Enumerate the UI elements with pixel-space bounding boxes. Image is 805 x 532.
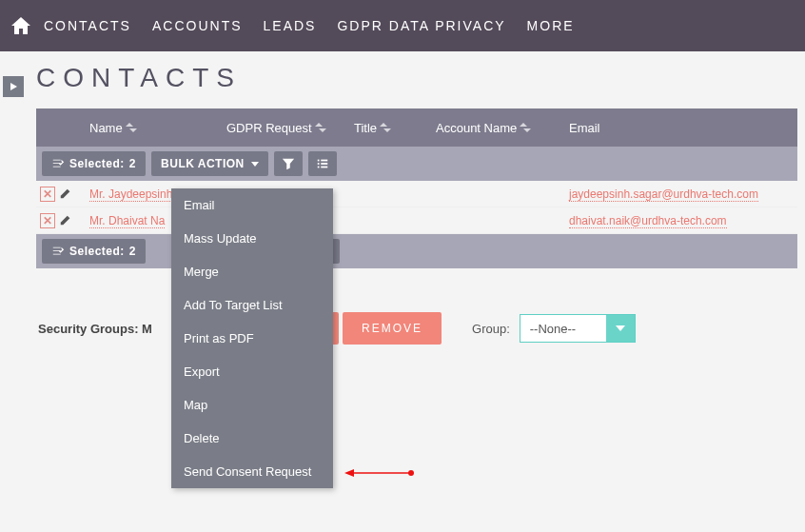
contact-email-link[interactable]: jaydeepsinh.sagar@urdhva-tech.com bbox=[569, 187, 758, 202]
group-label: Group: bbox=[472, 322, 510, 336]
sidebar bbox=[0, 51, 27, 532]
nav-contacts[interactable]: CONTACTS bbox=[44, 18, 131, 33]
svg-rect-1 bbox=[318, 160, 320, 162]
nav-leads[interactable]: LEADS bbox=[264, 18, 317, 33]
svg-point-15 bbox=[408, 470, 414, 476]
selected-count: 2 bbox=[129, 157, 136, 170]
list-view-button[interactable] bbox=[308, 151, 337, 176]
annotation-arrow bbox=[343, 466, 409, 480]
group-select-value: --None-- bbox=[520, 315, 606, 342]
bulk-action-button[interactable]: BULK ACTION bbox=[151, 151, 268, 176]
svg-marker-0 bbox=[10, 83, 17, 90]
column-name-label: Name bbox=[89, 121, 123, 135]
table-row: ✕ Mr. Jaydeepsinh jaydeepsinh.sagar@urdh… bbox=[36, 181, 797, 207]
svg-marker-14 bbox=[344, 469, 354, 477]
menu-merge[interactable]: Merge bbox=[171, 255, 333, 288]
svg-rect-4 bbox=[321, 163, 327, 165]
column-gdpr[interactable]: GDPR Request bbox=[226, 121, 354, 135]
content-area: CONTACTS Name GDPR Request Title Account… bbox=[36, 63, 797, 268]
svg-rect-6 bbox=[321, 167, 327, 168]
chevron-down-icon bbox=[251, 162, 259, 167]
selected-label: Selected: bbox=[69, 157, 125, 170]
contact-email-link[interactable]: dhaivat.naik@urdhva-tech.com bbox=[569, 214, 727, 228]
security-groups-label: Security Groups: M bbox=[38, 322, 171, 336]
column-email-label: Email bbox=[569, 121, 600, 135]
sort-icon bbox=[383, 123, 392, 132]
page-title: CONTACTS bbox=[36, 63, 797, 93]
svg-rect-2 bbox=[321, 160, 327, 162]
home-icon[interactable] bbox=[10, 14, 32, 37]
sort-icon bbox=[318, 123, 327, 132]
delete-row-button[interactable]: ✕ bbox=[40, 187, 55, 202]
column-title[interactable]: Title bbox=[354, 121, 436, 135]
menu-delete[interactable]: Delete bbox=[171, 422, 333, 455]
menu-send-consent[interactable]: Send Consent Request bbox=[171, 455, 333, 488]
column-gdpr-label: GDPR Request bbox=[226, 121, 312, 135]
chevron-down-icon bbox=[606, 315, 635, 342]
table-row: ✕ Mr. Dhaivat Na dhaivat.naik@urdhva-tec… bbox=[36, 207, 797, 234]
menu-map[interactable]: Map bbox=[171, 388, 333, 422]
lower-controls: Security Groups: M REMOVE Group: --None-… bbox=[38, 312, 799, 345]
bulk-action-menu: Email Mass Update Merge Add To Target Li… bbox=[171, 188, 333, 488]
filter-button[interactable] bbox=[274, 151, 303, 176]
bulk-action-label: BULK ACTION bbox=[161, 157, 245, 170]
svg-rect-3 bbox=[318, 163, 320, 165]
nav-gdpr[interactable]: GDPR DATA PRIVACY bbox=[337, 18, 505, 33]
actionbar-top: Selected:2 BULK ACTION bbox=[36, 147, 797, 181]
menu-mass-update[interactable]: Mass Update bbox=[171, 222, 333, 255]
topbar: CONTACTS ACCOUNTS LEADS GDPR DATA PRIVAC… bbox=[0, 0, 805, 51]
actionbar-bottom: Selected:2 bbox=[36, 234, 797, 268]
nav-accounts[interactable]: ACCOUNTS bbox=[152, 18, 243, 33]
contact-name-link[interactable]: Mr. Jaydeepsinh bbox=[89, 187, 172, 202]
remove-button[interactable]: REMOVE bbox=[343, 312, 442, 345]
selected-button[interactable]: Selected:2 bbox=[42, 151, 146, 176]
delete-row-button[interactable]: ✕ bbox=[40, 213, 55, 228]
nav-more[interactable]: MORE bbox=[527, 18, 575, 33]
menu-export[interactable]: Export bbox=[171, 355, 333, 388]
selected-button-bottom[interactable]: Selected:2 bbox=[42, 239, 146, 264]
selected-count-bottom: 2 bbox=[129, 245, 136, 258]
orange-stripe bbox=[333, 312, 339, 345]
contact-name-link[interactable]: Mr. Dhaivat Na bbox=[89, 214, 165, 228]
column-name[interactable]: Name bbox=[89, 121, 226, 135]
selected-label-bottom: Selected: bbox=[69, 245, 125, 258]
group-select[interactable]: --None-- bbox=[520, 314, 636, 343]
edit-row-button[interactable] bbox=[59, 187, 74, 202]
column-title-label: Title bbox=[354, 121, 377, 135]
column-account-label: Account Name bbox=[436, 121, 517, 135]
column-account[interactable]: Account Name bbox=[436, 121, 569, 135]
sort-icon bbox=[522, 123, 532, 132]
menu-email[interactable]: Email bbox=[171, 188, 333, 222]
edit-row-button[interactable] bbox=[59, 213, 74, 228]
expand-sidebar-button[interactable] bbox=[3, 76, 24, 97]
svg-rect-5 bbox=[318, 167, 320, 168]
menu-print-pdf[interactable]: Print as PDF bbox=[171, 322, 333, 355]
column-email[interactable]: Email bbox=[569, 121, 740, 135]
menu-add-target-list[interactable]: Add To Target List bbox=[171, 288, 333, 322]
table-header: Name GDPR Request Title Account Name Ema… bbox=[36, 108, 797, 147]
sort-icon bbox=[128, 123, 138, 132]
